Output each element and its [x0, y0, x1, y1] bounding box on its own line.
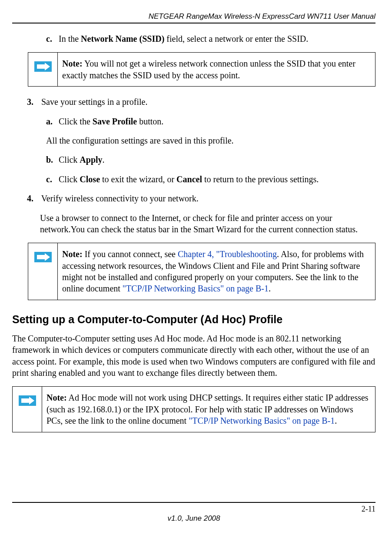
note-label-2: Note: [62, 249, 83, 259]
note-icon-cell-3 [13, 387, 42, 432]
arrow-right-icon [34, 252, 52, 262]
step-3a: a. Click the Save Profile button. [46, 116, 375, 127]
step-3c-text-3: to return to the previous settings. [202, 174, 319, 184]
note-icon-cell-1 [28, 53, 58, 86]
note3-link-1[interactable]: "TCP/IP Networking Basics" on page B-1 [189, 416, 335, 425]
footer-rule [12, 502, 375, 503]
section-heading: Setting up a Computer-to-Computer (Ad Ho… [12, 313, 375, 326]
note-text-3: Note: Ad Hoc mode will not work using DH… [42, 387, 375, 432]
list-label-c: c. [46, 33, 56, 44]
note-label-3: Note: [47, 393, 67, 402]
step-4: 4. Verify wireless connectivity to your … [27, 193, 375, 204]
step-4-text: Verify wireless connectivity to your net… [41, 194, 199, 203]
step-3a-text-2: button. [137, 117, 163, 126]
step-3b-text-2: . [103, 155, 105, 164]
step-3c-text-1: Click [59, 174, 80, 184]
note2-t3: . [269, 284, 271, 293]
list-label-3: 3. [27, 96, 39, 107]
note2-t1: If you cannot connect, see [83, 249, 178, 259]
step-3: 3. Save your settings in a profile. [27, 96, 375, 107]
note-text-2: Note: If you cannot connect, see Chapter… [58, 243, 375, 300]
list-label-3a: a. [46, 116, 56, 127]
step-3c-bold1: Close [80, 174, 100, 184]
step-4-body: Use a browser to connect to the Internet… [40, 212, 375, 235]
arrow-right-icon [34, 61, 52, 72]
footer: 2-11 v1.0, June 2008 [0, 502, 392, 530]
step-3a-text-1: Click the [59, 117, 93, 126]
arrow-right-icon [19, 395, 36, 406]
page-number: 2-11 [362, 505, 375, 514]
step-2c-text-2: field, select a network or enter the SSI… [164, 34, 308, 43]
step-3c-bold2: Cancel [176, 174, 202, 184]
note2-link-1[interactable]: Chapter 4, "Troubleshooting [178, 249, 277, 259]
header-rule [12, 23, 375, 23]
step-3c: c. Click Close to exit the wizard, or Ca… [46, 174, 375, 185]
step-3-text: Save your settings in a profile. [41, 97, 147, 107]
note3-t2: . [335, 416, 337, 425]
step-3c-text-2: to exit the wizard, or [100, 174, 176, 184]
note-text-1: Note: You will not get a wireless networ… [58, 53, 375, 86]
note-box-3: Note: Ad Hoc mode will not work using DH… [12, 386, 375, 432]
footer-version: v1.0, June 2008 [168, 514, 220, 523]
step-3b: b. Click Apply. [46, 154, 375, 165]
note-label-1: Note: [62, 59, 83, 68]
step-3a-body: All the configuration settings are saved… [46, 135, 375, 146]
note-box-2: Note: If you cannot connect, see Chapter… [28, 243, 375, 300]
step-3b-bold: Apply [80, 155, 102, 164]
section-paragraph: The Computer-to-Computer setting uses Ad… [12, 333, 375, 379]
header-title: NETGEAR RangeMax Wireless-N ExpressCard … [12, 12, 375, 21]
note-box-1: Note: You will not get a wireless networ… [28, 52, 375, 87]
list-label-3b: b. [46, 154, 56, 165]
list-label-3c: c. [46, 174, 56, 185]
note-body-1: You will not get a wireless network conn… [62, 59, 355, 80]
step-2c: c. In the Network Name (SSID) field, sel… [46, 33, 375, 44]
note-icon-cell-2 [28, 243, 58, 300]
step-3a-bold: Save Profile [93, 117, 137, 126]
list-label-4: 4. [27, 193, 39, 204]
step-2c-bold: Network Name (SSID) [81, 34, 164, 43]
step-2c-text-1: In the [59, 34, 81, 43]
note2-link-2[interactable]: "TCP/IP Networking Basics" on page B-1 [123, 284, 269, 293]
step-3b-text-1: Click [59, 155, 80, 164]
